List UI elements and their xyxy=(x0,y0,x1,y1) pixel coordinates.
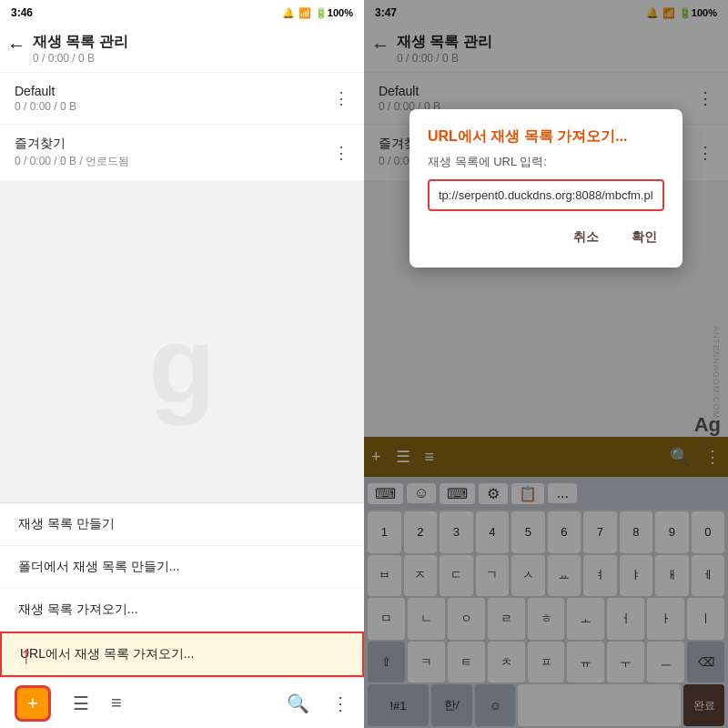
sort-icon-left[interactable]: ≡ xyxy=(111,693,122,713)
context-menu-item-2[interactable]: 재생 목록 가져오기... xyxy=(0,589,364,632)
url-input[interactable] xyxy=(428,179,664,211)
watermark-left: g xyxy=(148,301,215,427)
header-sub-left: 0 / 0:00 / 0 B xyxy=(33,52,128,65)
status-icons-left: 🔔 📶 🔋100% xyxy=(282,7,353,19)
dialog-subtitle: 재생 목록에 URL 입력: xyxy=(428,154,664,170)
list-item-favorites-title: 즐겨찾기 xyxy=(15,136,129,152)
cancel-button[interactable]: 취소 xyxy=(566,226,606,249)
status-time-left: 3:46 xyxy=(11,6,33,19)
add-button-left[interactable]: + xyxy=(15,685,51,722)
list-item-default: Default 0 / 0:00 / 0 B ⋮ xyxy=(0,73,364,124)
status-bar-left: 3:46 🔔 📶 🔋100% xyxy=(0,0,364,25)
bottom-toolbar-left: + ☰ ≡ 🔍 ⋮ xyxy=(0,677,364,728)
list-item-favorites-menu[interactable]: ⋮ xyxy=(333,143,349,163)
context-menu: 재생 목록 만들기 폴더에서 재생 목록 만들기... 재생 목록 가져오기..… xyxy=(0,502,364,677)
arrow-indicator: ↑ xyxy=(20,641,33,670)
dialog-overlay: URL에서 재생 목록 가져오기... 재생 목록에 URL 입력: 취소 확인 xyxy=(364,0,728,728)
left-phone: 3:46 🔔 📶 🔋100% ← 재생 목록 관리 0 / 0:00 / 0 B… xyxy=(0,0,364,728)
header-left: ← 재생 목록 관리 0 / 0:00 / 0 B xyxy=(0,25,364,72)
list-item-favorites: 즐겨찾기 0 / 0:00 / 0 B / 언로드됨 ⋮ xyxy=(0,125,364,180)
right-phone: 3:47 🔔 📶 🔋100% ← 재생 목록 관리 0 / 0:00 / 0 B… xyxy=(364,0,728,728)
context-menu-item-3[interactable]: URL에서 재생 목록 가져오기... xyxy=(0,632,364,677)
dialog-title: URL에서 재생 목록 가져오기... xyxy=(428,127,664,147)
playlist-icon-left[interactable]: ☰ xyxy=(73,693,89,714)
list-item-default-menu[interactable]: ⋮ xyxy=(333,88,349,108)
back-button-left[interactable]: ← xyxy=(7,33,25,56)
list-item-default-title: Default xyxy=(15,84,76,98)
dialog-buttons: 취소 확인 xyxy=(428,226,664,249)
context-menu-item-0[interactable]: 재생 목록 만들기 xyxy=(0,503,364,546)
confirm-button[interactable]: 확인 xyxy=(624,226,664,249)
url-import-dialog: URL에서 재생 목록 가져오기... 재생 목록에 URL 입력: 취소 확인 xyxy=(410,109,682,268)
list-item-default-sub: 0 / 0:00 / 0 B xyxy=(15,100,76,113)
context-menu-item-1[interactable]: 폴더에서 재생 목록 만들기... xyxy=(0,546,364,589)
more-icon-left[interactable]: ⋮ xyxy=(331,693,349,714)
header-title-left: 재생 목록 관리 xyxy=(33,33,128,52)
list-item-favorites-sub: 0 / 0:00 / 0 B / 언로드됨 xyxy=(15,154,129,169)
search-icon-left[interactable]: 🔍 xyxy=(287,693,309,714)
